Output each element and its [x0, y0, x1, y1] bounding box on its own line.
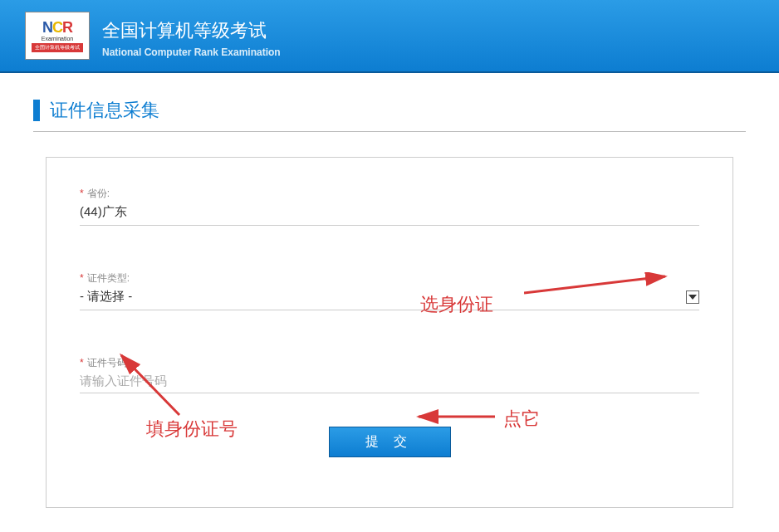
- site-title-chinese: 全国计算机等级考试: [102, 18, 281, 43]
- content-area: 证件信息采集 *省份: (44)广东 *证件类型: - 请选择 -: [0, 73, 779, 508]
- form-panel: *省份: (44)广东 *证件类型: - 请选择 - *证件号码:: [46, 157, 733, 508]
- section-title: 证件信息采集: [50, 98, 159, 123]
- cert-number-input[interactable]: [80, 373, 699, 388]
- submit-row: 提交: [80, 427, 699, 457]
- province-field-group: *省份: (44)广东: [80, 187, 699, 226]
- cert-type-dropdown-icon[interactable]: [686, 290, 699, 304]
- logo-letter-r: R: [62, 19, 72, 36]
- cert-type-field-group: *证件类型: - 请选择 -: [80, 271, 699, 310]
- logo-bar: 全国计算机等级考试: [32, 43, 83, 52]
- cert-number-label-text: 证件号码:: [87, 357, 130, 368]
- chevron-down-icon: [688, 295, 697, 300]
- cert-number-field-group: *证件号码:: [80, 356, 699, 393]
- province-value: (44)广东: [80, 204, 699, 220]
- cert-type-label-text: 证件类型:: [87, 272, 130, 284]
- cert-type-selected[interactable]: - 请选择 -: [80, 289, 686, 305]
- logo-subtext: Examination: [42, 36, 74, 41]
- section-header: 证件信息采集: [33, 98, 746, 132]
- province-label-text: 省份:: [87, 188, 110, 199]
- arrow-to-submit: [412, 408, 499, 425]
- site-logo: NCR Examination 全国计算机等级考试: [25, 12, 90, 60]
- site-title-english: National Computer Rank Examination: [102, 46, 281, 58]
- logo-text: NCR: [42, 20, 72, 35]
- title-accent-bar: [33, 100, 40, 121]
- submit-button[interactable]: 提交: [329, 427, 451, 457]
- site-title-group: 全国计算机等级考试 National Computer Rank Examina…: [102, 14, 281, 58]
- cert-number-label: *证件号码:: [80, 356, 699, 370]
- required-star: *: [80, 357, 84, 368]
- required-star: *: [80, 188, 84, 199]
- logo-letter-c: C: [52, 19, 62, 36]
- cert-type-label: *证件类型:: [80, 271, 699, 286]
- site-header: NCR Examination 全国计算机等级考试 全国计算机等级考试 Nati…: [0, 0, 779, 73]
- province-label: *省份:: [80, 187, 699, 201]
- required-star: *: [80, 272, 84, 284]
- logo-letter-n: N: [42, 19, 52, 36]
